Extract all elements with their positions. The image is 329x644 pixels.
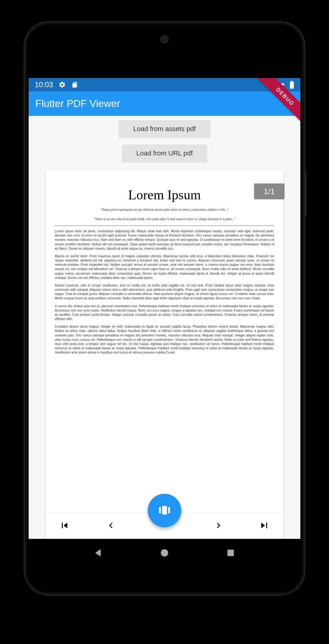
sd-card-icon xyxy=(71,81,78,88)
load-url-button[interactable]: Load from URL pdf xyxy=(122,144,207,162)
pdf-divider xyxy=(55,226,274,226)
screen: 10:03 DEBUG Flutter PDF Viewe xyxy=(29,78,300,539)
last-page-icon xyxy=(259,520,270,532)
pdf-quote-2: "There is no one who loves pain itself, … xyxy=(64,216,265,222)
prev-page-button[interactable] xyxy=(102,517,120,535)
recents-button[interactable] xyxy=(225,547,236,559)
pdf-viewer[interactable]: 1/1 Lorem Ipsum "Neque porro quisquam es… xyxy=(46,171,283,539)
pdf-paragraph: Lorem ipsum dolor sit amet, consectetur … xyxy=(55,229,274,251)
chevron-left-icon xyxy=(105,520,116,532)
device-power-button xyxy=(305,171,306,216)
first-page-icon xyxy=(59,520,70,532)
pdf-body: Lorem ipsum dolor sit amet, consectetur … xyxy=(55,229,274,358)
system-navigation-bar xyxy=(29,540,300,566)
app-title: Flutter PDF Viewer xyxy=(35,98,120,109)
chevron-right-icon xyxy=(213,520,224,532)
first-page-button[interactable] xyxy=(55,517,74,535)
pdf-quote-1: "Neque porro quisquam est qui dolorem ip… xyxy=(64,207,265,212)
pdf-paragraph: Curabitur dictum lacus magna. Integer ex… xyxy=(55,324,274,354)
next-page-button[interactable] xyxy=(209,517,228,535)
pdf-paragraph: In purus elit, finibus quis nisi ut, pla… xyxy=(55,304,274,321)
front-camera xyxy=(161,35,168,43)
pdf-paragraph: Nullam euismod, odio in ornare vestibulu… xyxy=(55,283,274,301)
svg-point-0 xyxy=(161,549,168,557)
phone-frame: 10:03 DEBUG Flutter PDF Viewe xyxy=(24,22,305,595)
battery-icon xyxy=(289,81,294,89)
content: Load from assets pdf Load from URL pdf 1… xyxy=(29,116,300,539)
pdf-title: Lorem Ipsum xyxy=(46,187,283,203)
svg-rect-1 xyxy=(228,550,234,556)
triangle-back-icon xyxy=(93,555,104,559)
last-page-button[interactable] xyxy=(255,517,274,535)
home-button[interactable] xyxy=(159,547,170,559)
back-button[interactable] xyxy=(93,547,104,559)
app-bar: Flutter PDF Viewer xyxy=(29,91,300,116)
square-recents-icon xyxy=(225,555,236,559)
circle-home-icon xyxy=(159,555,170,559)
gear-icon xyxy=(58,81,66,88)
carousel-icon xyxy=(157,503,172,518)
view-mode-fab[interactable] xyxy=(148,494,181,527)
load-assets-button[interactable]: Load from assets pdf xyxy=(119,120,210,138)
pdf-paragraph: Mauris ac auctor dolor. Proin maximus qu… xyxy=(55,254,274,280)
status-time: 10:03 xyxy=(35,80,53,89)
page-indicator: 1/1 xyxy=(254,183,285,199)
